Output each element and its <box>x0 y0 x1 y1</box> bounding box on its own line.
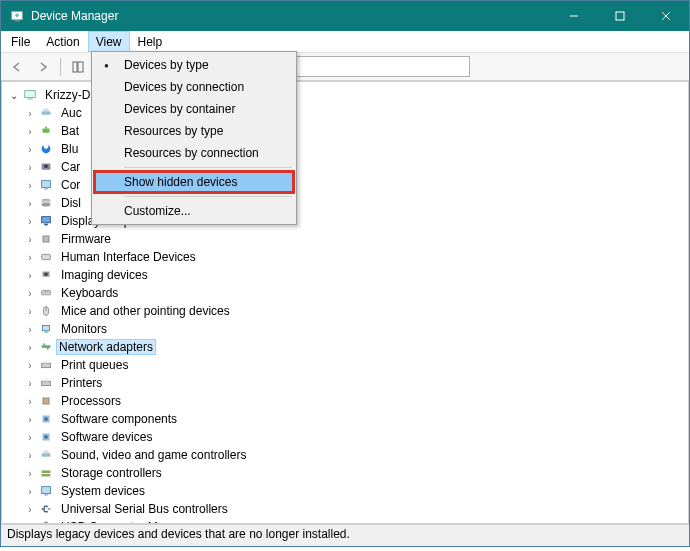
expand-icon[interactable]: › <box>24 161 36 173</box>
tree-node[interactable]: ›Network adapters <box>2 338 688 356</box>
expand-icon[interactable]: › <box>24 377 36 389</box>
collapse-icon[interactable]: ⌄ <box>8 89 20 101</box>
tree-node-label: Universal Serial Bus controllers <box>58 502 231 516</box>
tree-node[interactable]: ›Storage controllers <box>2 464 688 482</box>
expand-icon[interactable]: › <box>24 143 36 155</box>
menu-devices-by-type[interactable]: Devices by type <box>94 54 294 76</box>
tree-node[interactable]: ›Imaging devices <box>2 266 688 284</box>
tree-node[interactable]: ›Sound, video and game controllers <box>2 446 688 464</box>
svg-rect-36 <box>44 332 48 333</box>
expand-icon[interactable]: › <box>24 305 36 317</box>
svg-rect-11 <box>25 91 36 98</box>
expand-icon[interactable]: › <box>24 179 36 191</box>
svg-rect-53 <box>42 474 51 477</box>
expand-icon[interactable]: › <box>24 197 36 209</box>
expand-icon[interactable]: › <box>24 269 36 281</box>
menu-show-hidden-devices[interactable]: Show hidden devices <box>94 171 294 193</box>
menu-help[interactable]: Help <box>130 31 171 52</box>
menu-resources-by-type[interactable]: Resources by type <box>94 120 294 142</box>
expand-icon[interactable]: › <box>24 449 36 461</box>
svg-rect-55 <box>44 495 48 496</box>
svg-point-58 <box>46 511 48 513</box>
expand-icon[interactable]: › <box>24 125 36 137</box>
menu-separator <box>124 167 292 168</box>
device-category-icon <box>38 357 54 373</box>
tree-node-label: Printers <box>58 376 105 390</box>
back-button[interactable] <box>5 56 29 78</box>
tree-node[interactable]: ›Software components <box>2 410 688 428</box>
svg-rect-4 <box>616 12 624 20</box>
device-category-icon <box>38 249 54 265</box>
tree-node[interactable]: ›Human Interface Devices <box>2 248 688 266</box>
tree-node[interactable]: ›Universal Serial Bus controllers <box>2 500 688 518</box>
show-hide-tree-button[interactable] <box>66 56 90 78</box>
tree-node-label: Human Interface Devices <box>58 250 199 264</box>
expand-icon[interactable]: › <box>24 431 36 443</box>
device-category-icon <box>38 231 54 247</box>
svg-point-18 <box>44 164 48 168</box>
menu-customize[interactable]: Customize... <box>94 200 294 222</box>
expand-icon[interactable]: › <box>24 521 36 523</box>
tree-node-label: Print queues <box>58 358 131 372</box>
expand-icon[interactable]: › <box>24 215 36 227</box>
tree-node-label: Auc <box>58 106 85 120</box>
tree-node[interactable]: ›Print queues <box>2 356 688 374</box>
svg-point-23 <box>42 203 51 207</box>
device-category-icon <box>38 339 54 355</box>
device-category-icon <box>38 105 54 121</box>
menu-devices-by-container[interactable]: Devices by container <box>94 98 294 120</box>
tree-node-label: Cor <box>58 178 83 192</box>
expand-icon[interactable]: › <box>24 107 36 119</box>
tree-node-label: Keyboards <box>58 286 121 300</box>
tree-node[interactable]: ›System devices <box>2 482 688 500</box>
svg-rect-24 <box>42 217 51 223</box>
minimize-button[interactable] <box>551 1 597 31</box>
svg-rect-54 <box>42 487 51 494</box>
menu-view[interactable]: View <box>88 31 130 52</box>
menu-resources-by-connection[interactable]: Resources by connection <box>94 142 294 164</box>
close-button[interactable] <box>643 1 689 31</box>
expand-icon[interactable]: › <box>24 467 36 479</box>
tree-node-label: Sound, video and game controllers <box>58 448 249 462</box>
tree-node[interactable]: ›Software devices <box>2 428 688 446</box>
tree-node[interactable]: ›Mice and other pointing devices <box>2 302 688 320</box>
tree-node-label: Mice and other pointing devices <box>58 304 233 318</box>
svg-rect-43 <box>43 379 48 382</box>
toolbar-separator <box>60 58 61 76</box>
svg-rect-27 <box>43 236 48 241</box>
expand-icon[interactable]: › <box>24 413 36 425</box>
tree-node[interactable]: ›Keyboards <box>2 284 688 302</box>
titlebar[interactable]: Device Manager <box>1 1 689 31</box>
expand-icon[interactable]: › <box>24 341 36 353</box>
device-category-icon <box>38 159 54 175</box>
menu-file[interactable]: File <box>3 31 38 52</box>
device-category-icon <box>38 393 54 409</box>
expand-icon[interactable]: › <box>24 485 36 497</box>
svg-rect-1 <box>14 20 19 21</box>
menu-action[interactable]: Action <box>38 31 87 52</box>
tree-node[interactable]: ›Monitors <box>2 320 688 338</box>
tree-node[interactable]: ›Processors <box>2 392 688 410</box>
menu-devices-by-connection[interactable]: Devices by connection <box>94 76 294 98</box>
svg-rect-38 <box>43 344 45 346</box>
expand-icon[interactable]: › <box>24 503 36 515</box>
app-icon <box>9 8 25 24</box>
tree-node[interactable]: ›Firmware <box>2 230 688 248</box>
svg-rect-16 <box>45 127 47 129</box>
window-title: Device Manager <box>31 9 551 23</box>
expand-icon[interactable]: › <box>24 251 36 263</box>
expand-icon[interactable]: › <box>24 287 36 299</box>
forward-button[interactable] <box>31 56 55 78</box>
tree-node-label: Blu <box>58 142 81 156</box>
expand-icon[interactable]: › <box>24 323 36 335</box>
tree-node-label: Car <box>58 160 83 174</box>
tree-node[interactable]: ›Printers <box>2 374 688 392</box>
maximize-button[interactable] <box>597 1 643 31</box>
tree-node-label: Monitors <box>58 322 110 336</box>
expand-icon[interactable]: › <box>24 359 36 371</box>
expand-icon[interactable]: › <box>24 233 36 245</box>
expand-icon[interactable]: › <box>24 395 36 407</box>
tree-node-label: Software components <box>58 412 180 426</box>
tree-node-label: USB Connector Managers <box>58 520 204 523</box>
tree-node[interactable]: ›USB Connector Managers <box>2 518 688 523</box>
